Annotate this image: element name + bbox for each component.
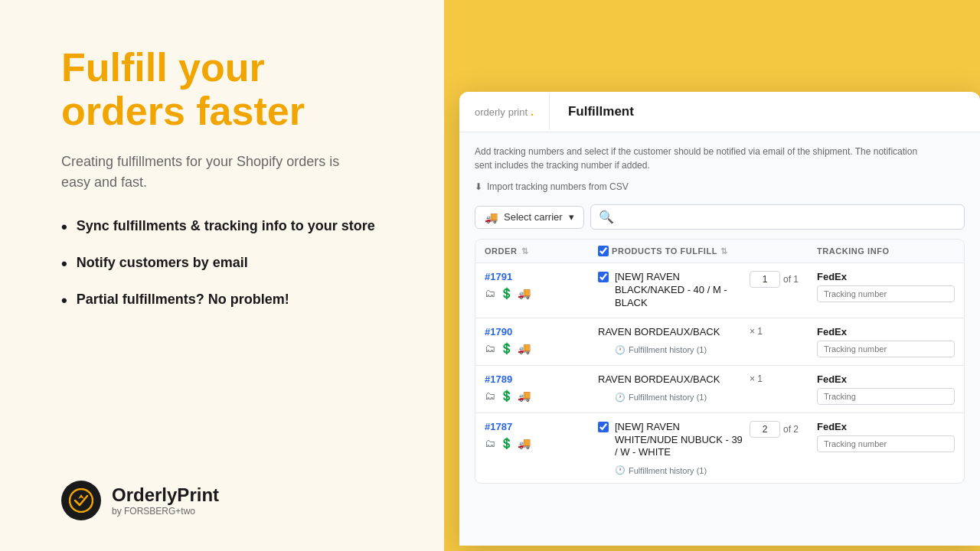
table-header: ORDER ⇅ PRODUCTS TO FULFILL ⇅ TRACKING I… [475, 240, 964, 263]
truck-icon-1790[interactable]: 🚚 [518, 342, 531, 354]
order-actions-1789: 🗂 💲 🚚 [485, 390, 592, 402]
product-checkbox-1791[interactable] [598, 272, 609, 282]
truck-icon-1791[interactable]: 🚚 [518, 287, 531, 299]
fulfillment-history-1787[interactable]: 🕐 Fulfillment history (1) [598, 465, 743, 475]
import-tracking-link[interactable]: ⬇ Import tracking numbers from CSV [475, 181, 965, 192]
fulfillment-history-1790[interactable]: 🕐 Fulfillment history (1) [598, 345, 743, 355]
tracking-input-1789[interactable] [817, 388, 955, 405]
qty-col-1790: × 1 [750, 326, 811, 337]
folder-icon-1791[interactable]: 🗂 [485, 287, 495, 299]
carrier-badge-1789: FedEx [817, 373, 955, 385]
product-row-1787: [NEW] RAVEN WHITE/NUDE NUBUCK - 39 / W -… [598, 421, 743, 460]
truck-icon: 🚚 [485, 211, 498, 223]
product-row-1790: RAVEN BORDEAUX/BACK [598, 326, 743, 339]
order-id-link-1789[interactable]: #1789 [485, 373, 592, 385]
app-window: orderlyprint. Fulfillment Add tracking n… [459, 92, 980, 546]
logo-text-area: OrderlyPrint by FORSBERG+two [112, 484, 219, 517]
product-col-1787: [NEW] RAVEN WHITE/NUDE NUBUCK - 39 / W -… [598, 421, 743, 476]
clock-icon-1790: 🕐 [615, 345, 626, 355]
dollar-icon-1789[interactable]: 💲 [500, 390, 513, 402]
folder-icon-1789[interactable]: 🗂 [485, 390, 495, 402]
carrier-badge-1791: FedEx [817, 271, 955, 282]
sort-products-icon: ⇅ [720, 246, 728, 256]
bullet-item-1: Sync fulfillments & tracking info to you… [61, 217, 398, 239]
dollar-icon-1787[interactable]: 💲 [500, 437, 513, 449]
order-id-col-1790: #1790 🗂 💲 🚚 [485, 326, 592, 354]
order-id-link-1790[interactable]: #1790 [485, 326, 592, 337]
product-name-1787: [NEW] RAVEN WHITE/NUDE NUBUCK - 39 / W -… [615, 421, 743, 460]
product-name-1789: RAVEN BORDEAUX/BACK [598, 373, 720, 386]
product-checkbox-1787[interactable] [598, 422, 609, 432]
tracking-col-1787: FedEx [817, 421, 955, 452]
left-content: Fulfill your orders faster Creating fulf… [61, 46, 398, 327]
order-main-1791: #1791 🗂 💲 🚚 [NEW] RAVEN BLACK/NAKED - 40… [475, 263, 964, 318]
truck-icon-1789[interactable]: 🚚 [518, 390, 531, 402]
product-name-1791: [NEW] RAVEN BLACK/NAKED - 40 / M - BLACK [615, 271, 743, 310]
order-row-1787: #1787 🗂 💲 🚚 [NEW] RAVEN WHITE/NUDE NUBUC… [475, 413, 964, 484]
qty-input-1787[interactable] [750, 421, 780, 438]
product-row-1791: [NEW] RAVEN BLACK/NAKED - 40 / M - BLACK [598, 271, 743, 310]
logo-icon [61, 481, 101, 520]
dollar-icon-1790[interactable]: 💲 [500, 342, 513, 354]
logo-name: OrderlyPrint [112, 484, 219, 506]
chevron-down-icon: ▾ [569, 211, 574, 223]
th-tracking: TRACKING INFO [817, 246, 955, 256]
folder-icon-1790[interactable]: 🗂 [485, 342, 495, 354]
order-actions-1790: 🗂 💲 🚚 [485, 342, 592, 354]
fulfillment-history-1789[interactable]: 🕐 Fulfillment history (1) [598, 393, 743, 403]
toolbar: 🚚 Select carrier ▾ 🔍 [475, 204, 965, 230]
order-main-1787: #1787 🗂 💲 🚚 [NEW] RAVEN WHITE/NUDE NUBUC… [475, 413, 964, 484]
dollar-icon-1791[interactable]: 💲 [500, 287, 513, 299]
hero-subtitle: Creating fulfillments for your Shopify o… [61, 152, 368, 193]
fulfillment-table: ORDER ⇅ PRODUCTS TO FULFILL ⇅ TRACKING I… [475, 239, 965, 484]
app-brand: orderlyprint. [459, 93, 550, 130]
th-products-label: PRODUCTS TO FULFILL [612, 246, 717, 256]
bullet-item-3: Partial fulfillments? No problem! [61, 291, 398, 312]
brand-print: print [508, 106, 528, 118]
info-text: Add tracking numbers and select if the c… [475, 145, 919, 172]
order-id-col-1791: #1791 🗂 💲 🚚 [485, 271, 592, 299]
product-col-1790: RAVEN BORDEAUX/BACK 🕐 Fulfillment histor… [598, 326, 743, 355]
select-all-checkbox[interactable] [598, 246, 609, 256]
carrier-select[interactable]: 🚚 Select carrier ▾ [475, 206, 584, 229]
order-id-col-1787: #1787 🗂 💲 🚚 [485, 421, 592, 449]
tracking-input-1787[interactable] [817, 435, 955, 452]
product-col-1791: [NEW] RAVEN BLACK/NAKED - 40 / M - BLACK [598, 271, 743, 310]
search-icon: 🔍 [599, 210, 614, 224]
logo-svg [69, 488, 93, 513]
order-main-1790: #1790 🗂 💲 🚚 RAVEN BORDEAUX/BACK [475, 318, 964, 365]
order-main-1789: #1789 🗂 💲 🚚 RAVEN BORDEAUX/BACK [475, 366, 964, 412]
truck-icon-1787[interactable]: 🚚 [518, 437, 531, 449]
th-order-label: ORDER [485, 246, 517, 256]
search-input[interactable] [619, 211, 956, 223]
qty-of-1791: of 1 [783, 274, 799, 285]
tracking-col-1789: FedEx [817, 373, 955, 405]
hero-title: Fulfill your orders faster [61, 46, 398, 133]
window-tab-fulfillment[interactable]: Fulfillment [550, 92, 652, 132]
order-id-link-1791[interactable]: #1791 [485, 271, 592, 282]
sort-icon: ⇅ [521, 246, 529, 256]
qty-input-1791[interactable] [750, 271, 780, 288]
search-bar[interactable]: 🔍 [590, 204, 965, 230]
tracking-input-1791[interactable] [817, 285, 955, 302]
qty-col-1791: of 1 [750, 271, 811, 288]
tracking-input-1790[interactable] [817, 341, 955, 357]
order-row-1790: #1790 🗂 💲 🚚 RAVEN BORDEAUX/BACK [475, 318, 964, 366]
qty-of-1787: of 2 [783, 424, 799, 435]
qty-col-1787: of 2 [750, 421, 811, 438]
multiplier-1789: × 1 [750, 373, 763, 384]
logo-sub: by FORSBERG+two [112, 506, 219, 517]
order-id-col-1789: #1789 🗂 💲 🚚 [485, 373, 592, 402]
carrier-badge-1787: FedEx [817, 421, 955, 432]
order-row-1789: #1789 🗂 💲 🚚 RAVEN BORDEAUX/BACK [475, 366, 964, 413]
download-icon: ⬇ [475, 181, 482, 192]
svg-point-0 [70, 489, 93, 512]
order-id-link-1787[interactable]: #1787 [485, 421, 592, 432]
product-row-1789: RAVEN BORDEAUX/BACK [598, 373, 743, 386]
carrier-select-label: Select carrier [504, 211, 563, 223]
folder-icon-1787[interactable]: 🗂 [485, 437, 495, 449]
window-titlebar: orderlyprint. Fulfillment [459, 92, 980, 132]
brand-orderly: orderly [475, 106, 505, 118]
history-label-1790: Fulfillment history (1) [629, 345, 707, 354]
product-col-1789: RAVEN BORDEAUX/BACK 🕐 Fulfillment histor… [598, 373, 743, 403]
